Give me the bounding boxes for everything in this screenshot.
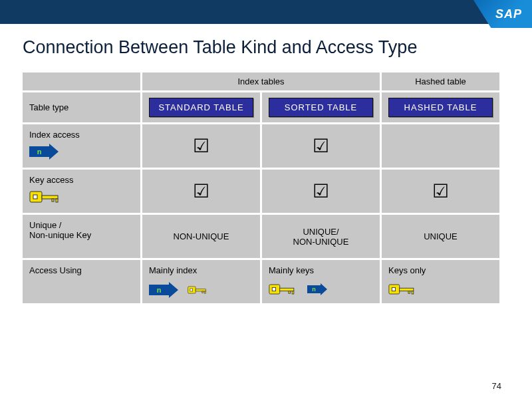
svg-rect-12 [280, 288, 294, 291]
check-icon: ☑ [193, 182, 209, 201]
svg-rect-14 [289, 291, 291, 294]
cell-key-access-hashed: ☑ [382, 170, 501, 215]
svg-rect-8 [205, 291, 206, 293]
svg-rect-1 [33, 195, 37, 199]
index-arrow-icon: n [307, 283, 327, 295]
arrow-n-label: n [29, 146, 49, 157]
corner-cell [23, 72, 142, 92]
group-header-index: Index tables [142, 72, 382, 92]
row-label-index-access: Index access n [23, 124, 142, 170]
svg-rect-7 [196, 289, 205, 291]
access-using-standard-text: Mainly index [149, 265, 197, 275]
svg-rect-19 [408, 291, 410, 294]
cell-table-type-sorted: SORTED TABLE [262, 92, 382, 124]
access-using-sorted-text: Mainly keys [269, 265, 314, 275]
cell-access-using-sorted: Mainly keys n [262, 260, 382, 305]
cell-index-access-hashed [382, 124, 501, 170]
cell-access-using-standard: Mainly index n [142, 260, 262, 305]
check-icon: ☑ [193, 137, 209, 156]
check-icon: ☑ [432, 182, 449, 201]
cell-key-access-sorted: ☑ [262, 170, 382, 215]
row-label-access-using: Access Using [23, 260, 142, 305]
cell-index-access-standard: ☑ [142, 124, 262, 170]
cell-index-access-sorted: ☑ [262, 124, 382, 170]
arrow-n-label: n [307, 285, 321, 293]
header-bar: SAP [0, 0, 532, 24]
key-access-label: Key access [29, 175, 73, 185]
index-arrow-icon: n [149, 282, 178, 298]
key-icon [269, 282, 298, 297]
svg-rect-11 [272, 287, 275, 291]
chip-hashed-table: HASHED TABLE [388, 98, 493, 117]
index-access-label: Index access [29, 130, 80, 140]
svg-rect-2 [42, 196, 58, 199]
cell-access-using-hashed: Keys only [382, 260, 501, 305]
slide-title: Connection Between Table Kind and Access… [23, 37, 532, 58]
page-number: 74 [492, 381, 501, 391]
cell-unique-sorted: UNIQUE/ NON-UNIQUE [262, 215, 382, 260]
key-icon [188, 285, 209, 295]
arrow-n-label: n [149, 285, 169, 295]
svg-rect-9 [202, 291, 203, 293]
chip-sorted-table: SORTED TABLE [269, 98, 373, 117]
chip-standard-table: STANDARD TABLE [149, 98, 253, 117]
row-label-unique: Unique / Non-unique Key [23, 215, 142, 260]
svg-rect-17 [400, 288, 414, 291]
check-icon: ☑ [313, 137, 329, 156]
svg-rect-16 [392, 287, 395, 291]
svg-rect-3 [56, 199, 58, 202]
check-icon: ☑ [313, 182, 329, 201]
comparison-table: Index tables Hashed table Table type STA… [23, 72, 509, 305]
access-using-hashed-text: Keys only [388, 265, 426, 275]
svg-rect-18 [412, 291, 414, 294]
cell-unique-standard: NON-UNIQUE [142, 215, 262, 260]
group-header-hashed: Hashed table [382, 72, 501, 92]
cell-unique-hashed: UNIQUE [382, 215, 501, 260]
cell-key-access-standard: ☑ [142, 170, 262, 215]
svg-rect-6 [190, 289, 193, 291]
svg-rect-4 [52, 199, 54, 201]
cell-table-type-hashed: HASHED TABLE [382, 92, 501, 124]
key-icon [388, 282, 418, 297]
key-icon [29, 189, 63, 205]
row-label-key-access: Key access [23, 170, 142, 215]
row-label-table-type: Table type [23, 92, 142, 124]
sap-logo-text: SAP [495, 7, 522, 21]
index-arrow-icon: n [29, 144, 59, 160]
svg-rect-13 [292, 291, 294, 294]
cell-table-type-standard: STANDARD TABLE [142, 92, 262, 124]
sap-logo: SAP [473, 0, 532, 28]
